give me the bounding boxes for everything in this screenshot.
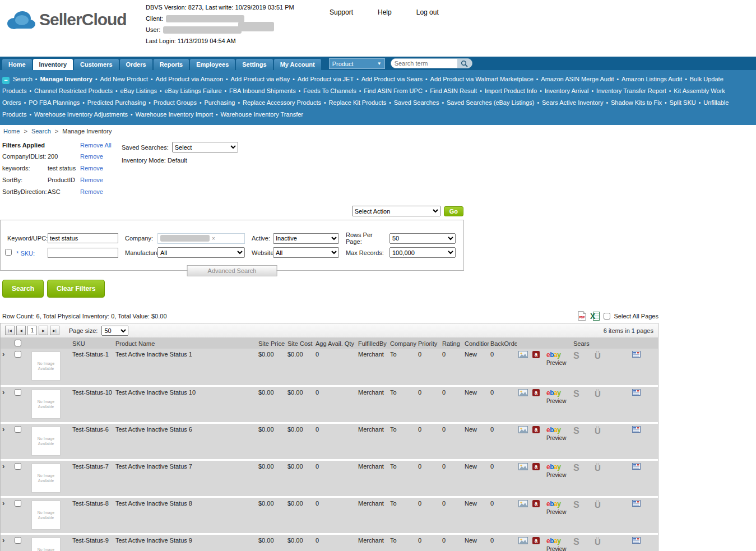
sears-icon[interactable]: S	[573, 537, 579, 547]
subnav-link[interactable]: Add New Product	[100, 76, 148, 82]
product-dropdown[interactable]: Product ▼	[329, 58, 385, 69]
subnav-link[interactable]: Saved Searches (eBay Listings)	[447, 99, 535, 106]
ebay-icon[interactable]: ebay	[546, 426, 560, 434]
listing-grid-icon[interactable]	[632, 500, 641, 507]
select-action-dropdown[interactable]: Select Action	[352, 206, 440, 216]
help-link[interactable]: Help	[378, 8, 392, 16]
ebay-icon[interactable]: ebay	[546, 351, 560, 359]
column-header-agg-avail-qty[interactable]: Agg Avail. Qty	[314, 338, 356, 349]
product-name-link[interactable]: Test Active Inactive Status 9	[115, 537, 192, 544]
ebay-preview-link[interactable]: Preview	[546, 546, 570, 551]
subnav-link[interactable]: eBay Listings	[120, 87, 156, 94]
first-page-button[interactable]: |◀	[5, 326, 15, 335]
prev-page-button[interactable]: ◀	[16, 326, 26, 335]
expand-row-icon[interactable]: ›	[2, 462, 4, 470]
pdf-export-icon[interactable]: PDF	[578, 311, 586, 321]
ebay-icon[interactable]: ebay	[546, 463, 560, 471]
ebay-preview-link[interactable]: Preview	[546, 472, 570, 478]
excel-export-icon[interactable]: X	[590, 312, 600, 321]
tab-settings[interactable]: Settings	[236, 59, 272, 70]
subnav-link[interactable]: Predicted Purchasing	[87, 99, 146, 106]
subnav-link[interactable]: Sears Active Inventory	[542, 99, 603, 106]
column-header-rating[interactable]: Rating	[440, 338, 463, 349]
sku-link[interactable]: Test-Status-9	[72, 537, 109, 544]
breadcrumb-search[interactable]: Search	[31, 128, 51, 135]
tab-reports[interactable]: Reports	[154, 59, 189, 70]
column-header-priority[interactable]: Priority	[416, 338, 440, 349]
subnav-link[interactable]: Add Product via eBay	[231, 76, 290, 82]
subnav-link[interactable]: Find ASIN From UPC	[364, 87, 423, 94]
product-name-link[interactable]: Test Active Inactive Status 7	[115, 463, 192, 470]
sku-exact-checkbox[interactable]	[5, 249, 12, 256]
row-checkbox[interactable]	[15, 351, 21, 358]
product-name-link[interactable]: Test Active Inactive Status 1	[115, 351, 192, 358]
remove-filter-link[interactable]: Remove	[80, 177, 103, 183]
subnav-link[interactable]: Manage Inventory	[40, 76, 92, 82]
subnav-link[interactable]: FBA Inbound Shipments	[229, 87, 296, 94]
image-popup-icon[interactable]	[518, 500, 528, 507]
search-submit-button[interactable]	[457, 58, 472, 68]
tab-customers[interactable]: Customers	[74, 59, 118, 70]
u-marketplace-icon[interactable]: Ü	[595, 500, 601, 510]
last-page-button[interactable]: ▶|	[50, 326, 59, 335]
page-size-select[interactable]: 50	[101, 326, 128, 336]
subnav-link[interactable]: Add Product via Walmart Marketplace	[430, 76, 534, 82]
expand-row-icon[interactable]: ›	[2, 350, 4, 358]
ebay-icon[interactable]: ebay	[546, 500, 560, 508]
sears-icon[interactable]: S	[573, 463, 579, 473]
subnav-link[interactable]: Replace Accessory Products	[243, 99, 321, 106]
image-popup-icon[interactable]	[518, 389, 528, 396]
u-marketplace-icon[interactable]: Ü	[595, 463, 601, 473]
product-name-link[interactable]: Test Active Inactive Status 10	[115, 389, 196, 396]
tab-inventory[interactable]: Inventory	[33, 59, 73, 70]
listing-grid-icon[interactable]	[632, 537, 641, 544]
remove-filter-link[interactable]: Remove	[80, 153, 103, 160]
column-header-company[interactable]: Company	[388, 338, 416, 349]
listing-grid-icon[interactable]	[632, 351, 641, 358]
expand-row-icon[interactable]: ›	[2, 536, 4, 544]
website-select[interactable]: All	[273, 247, 339, 258]
subnav-link[interactable]: PO FBA Plannings	[29, 99, 80, 106]
max-records-select[interactable]: 100,000	[389, 247, 456, 258]
go-button[interactable]: Go	[444, 206, 463, 216]
subnav-link[interactable]: Inventory Transfer Report	[596, 87, 666, 94]
ebay-preview-link[interactable]: Preview	[546, 509, 570, 515]
search-button[interactable]: Search	[2, 280, 44, 298]
collapse-menu-icon[interactable]: −	[2, 77, 10, 84]
tab-my-account[interactable]: My Account	[274, 59, 321, 70]
amazon-icon[interactable]: a	[532, 351, 540, 358]
row-checkbox[interactable]	[15, 389, 21, 396]
listing-grid-icon[interactable]	[632, 463, 641, 470]
amazon-icon[interactable]: a	[532, 463, 540, 470]
column-header-condition[interactable]: Condition	[463, 338, 489, 349]
column-header-site-price[interactable]: Site Price	[257, 338, 286, 349]
expand-row-icon[interactable]: ›	[2, 499, 4, 507]
subnav-link[interactable]: Warehouse Inventory Adjustments	[34, 111, 128, 118]
select-all-pages-checkbox[interactable]	[604, 313, 610, 320]
clear-filters-button[interactable]: Clear Filters	[47, 280, 105, 298]
header-select-all-checkbox[interactable]	[15, 340, 21, 346]
amazon-icon[interactable]: a	[532, 389, 540, 396]
subnav-link[interactable]: Saved Searches	[394, 99, 439, 106]
breadcrumb-home[interactable]: Home	[3, 128, 20, 135]
support-link[interactable]: Support	[330, 8, 353, 16]
subnav-link[interactable]: Find ASIN Result	[430, 87, 477, 94]
column-header-backorder[interactable]: BackOrder	[489, 338, 517, 349]
subnav-link[interactable]: Add Product via Sears	[361, 76, 423, 82]
column-header-site-cost[interactable]: Site Cost	[286, 338, 314, 349]
image-popup-icon[interactable]	[518, 537, 528, 544]
subnav-link[interactable]: Warehouse Inventory Import	[136, 111, 213, 118]
row-checkbox[interactable]	[15, 463, 21, 470]
subnav-link[interactable]: Product Groups	[154, 99, 197, 106]
column-header-sku[interactable]: SKU	[71, 338, 114, 349]
u-marketplace-icon[interactable]: Ü	[595, 426, 601, 436]
row-checkbox[interactable]	[15, 426, 21, 433]
subnav-link[interactable]: Warehouse Inventory Transfer	[220, 111, 303, 118]
sears-icon[interactable]: S	[573, 426, 579, 436]
ebay-preview-link[interactable]: Preview	[546, 360, 570, 366]
sku-input[interactable]	[48, 248, 118, 258]
remove-all-filters-link[interactable]: Remove All	[80, 142, 112, 149]
clear-company-icon[interactable]: ×	[212, 235, 215, 242]
subnav-link[interactable]: Replace Kit Products	[329, 99, 387, 106]
row-checkbox[interactable]	[15, 537, 21, 544]
